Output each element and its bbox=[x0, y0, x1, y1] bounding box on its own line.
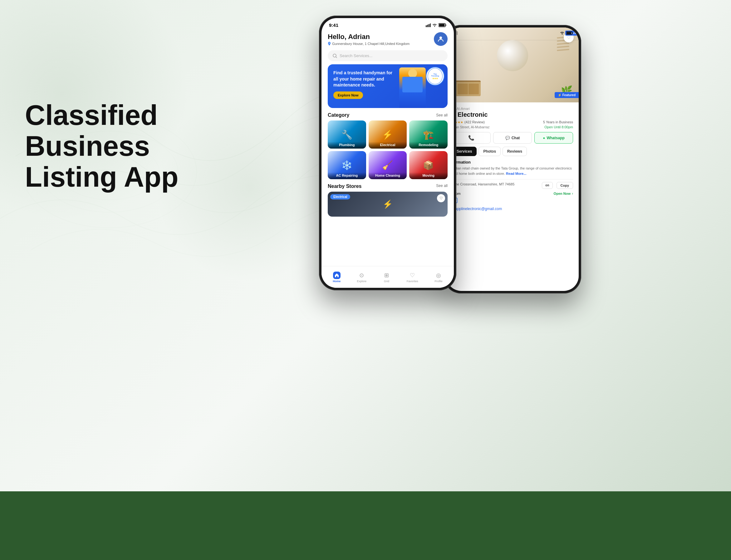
category-plumbing[interactable]: 🔧 Plumbing bbox=[328, 120, 366, 149]
category-ac[interactable]: ❄️ AC Repairing bbox=[328, 151, 366, 179]
p2-info-description: Indian retail chain owned by the Tata Gr… bbox=[452, 166, 573, 176]
home-icon bbox=[333, 272, 341, 279]
call-button[interactable]: 📞 bbox=[452, 132, 491, 144]
window-slats bbox=[557, 37, 569, 87]
heart-icon: ♡ bbox=[409, 272, 416, 279]
p2-status-bar bbox=[446, 27, 579, 35]
p2-hours-row: 00pm Open Now › bbox=[452, 191, 573, 196]
nav-profile-label: Profile bbox=[434, 280, 443, 283]
nav-explore[interactable]: ⊙ Explore bbox=[357, 272, 367, 283]
wifi-icon bbox=[432, 23, 437, 27]
grid-icon: ⊞ bbox=[383, 272, 390, 279]
banner-worker-image bbox=[399, 67, 426, 108]
p2-info-title: formation bbox=[452, 160, 573, 165]
p2-address-row: Afan Street, Al-Mubarraz Open Until 8:00… bbox=[452, 125, 573, 129]
read-more-link[interactable]: Read More... bbox=[506, 172, 526, 175]
room-cabinet bbox=[456, 81, 481, 96]
p2-category-label: na Al-Amari bbox=[452, 107, 573, 111]
p2-business-name: n Electronic bbox=[452, 111, 573, 118]
copy-button[interactable]: Copy bbox=[557, 182, 573, 189]
p2-email-row: mapplinelectronic@gmail.com bbox=[452, 206, 573, 211]
moving-label: Moving bbox=[409, 172, 448, 179]
phone1-device: 9:41 bbox=[319, 16, 456, 290]
store-icon: ⚡ bbox=[383, 199, 393, 209]
promo-banner[interactable]: Find a trusted handyman for all your hom… bbox=[328, 64, 448, 108]
address-action-buttons: on Copy bbox=[542, 182, 573, 189]
p2-action-buttons: 📞 💬 Chat ● Whatsapp bbox=[452, 132, 573, 144]
tab-photos[interactable]: Photos bbox=[478, 147, 501, 156]
room-decoration: 🌿 bbox=[446, 27, 579, 102]
p2-rating-block: ★★★★ (422 Review) bbox=[452, 120, 485, 124]
svg-rect-9 bbox=[446, 24, 446, 26]
svg-rect-16 bbox=[572, 32, 573, 34]
tab-reviews[interactable]: Reviews bbox=[503, 147, 527, 156]
explore-now-button[interactable]: Explore Now bbox=[333, 91, 363, 99]
greeting-text: Hello, Adrian bbox=[328, 33, 410, 41]
svg-rect-10 bbox=[439, 24, 445, 27]
nav-grid[interactable]: ⊞ Grid bbox=[383, 272, 390, 283]
user-avatar[interactable] bbox=[434, 32, 448, 46]
signal-icon bbox=[426, 23, 431, 27]
chat-button[interactable]: 💬 Chat bbox=[493, 132, 532, 144]
p2-review-count: (422 Review) bbox=[464, 120, 485, 124]
plumbing-label: Plumbing bbox=[328, 142, 366, 149]
svg-rect-17 bbox=[567, 32, 572, 34]
store-card[interactable]: ⚡ Electrical ♡ bbox=[328, 192, 448, 217]
svg-point-11 bbox=[329, 42, 330, 43]
nav-explore-label: Explore bbox=[357, 280, 367, 283]
hero-title-line2: Business bbox=[25, 130, 150, 162]
category-electrical[interactable]: ⚡ Electrical bbox=[369, 120, 407, 149]
category-see-all[interactable]: See all bbox=[436, 113, 448, 117]
p2-rating-row: ★★★★ (422 Review) 5 Years in Business bbox=[452, 120, 573, 124]
listing-header-image: 🌿 ♡ ⚡ Fea bbox=[446, 27, 579, 102]
whatsapp-label: Whatsapp bbox=[547, 136, 564, 140]
location-text: Gunnersbury House, 1 Chapel Hill,United … bbox=[332, 42, 410, 46]
phone1-header: Hello, Adrian Gunnersbury House, 1 Chape… bbox=[321, 30, 454, 49]
svg-rect-4 bbox=[426, 25, 427, 27]
phone2-device: 🌿 ♡ ⚡ Fea bbox=[444, 25, 581, 293]
svg-rect-5 bbox=[427, 25, 428, 27]
location-block: Gunnersbury House, 1 Chapel Hill,United … bbox=[328, 42, 410, 46]
p2-status-icons bbox=[560, 31, 573, 35]
nav-grid-label: Grid bbox=[384, 280, 389, 283]
battery-icon bbox=[439, 23, 446, 27]
directions-button[interactable]: on bbox=[542, 182, 552, 189]
chevron-right-icon: › bbox=[572, 191, 573, 196]
p2-battery-icon bbox=[566, 31, 573, 35]
svg-point-12 bbox=[439, 37, 442, 39]
p2-detail-content: na Al-Amari n Electronic ★★★★ (422 Revie… bbox=[446, 102, 579, 216]
nav-home[interactable]: Home bbox=[333, 272, 341, 283]
nearby-see-all[interactable]: See all bbox=[436, 184, 448, 189]
cleaning-label: Home Cleaning bbox=[369, 172, 407, 179]
store-favorite-button[interactable]: ♡ bbox=[437, 194, 445, 202]
status-bar: 9:41 bbox=[321, 18, 454, 30]
p2-email-address[interactable]: mapplinelectronic@gmail.com bbox=[452, 207, 502, 211]
phone1-screen: 9:41 bbox=[321, 18, 454, 288]
category-section-header: Category See all bbox=[321, 112, 454, 120]
explore-icon: ⊙ bbox=[358, 272, 365, 279]
status-icons bbox=[426, 23, 446, 27]
bottom-navigation: Home ⊙ Explore ⊞ Grid ♡ Favorites ◎ Prof… bbox=[321, 266, 454, 288]
p2-tab-buttons: Services Photos Reviews bbox=[452, 147, 573, 156]
electrical-label: Electrical bbox=[369, 142, 407, 149]
category-moving[interactable]: 📦 Moving bbox=[409, 151, 448, 179]
nearby-section-header: Nearby Stores See all bbox=[321, 182, 454, 192]
search-placeholder: Search Services... bbox=[340, 53, 373, 58]
trending-badge: TopTrending ⭐⭐⭐ bbox=[426, 67, 444, 86]
p2-open-now-block: Open Now › bbox=[554, 191, 573, 196]
phone-icon: 📞 bbox=[468, 135, 474, 141]
nav-favorites[interactable]: ♡ Favorites bbox=[407, 272, 418, 283]
category-cleaning[interactable]: 🧹 Home Cleaning bbox=[369, 151, 407, 179]
electrical-badge: Electrical bbox=[330, 194, 350, 199]
nav-home-label: Home bbox=[333, 280, 341, 283]
status-time: 9:41 bbox=[329, 22, 338, 28]
category-title: Category bbox=[328, 112, 349, 118]
whatsapp-button[interactable]: ● Whatsapp bbox=[534, 132, 573, 144]
search-bar[interactable]: Search Services... bbox=[328, 50, 448, 61]
nav-favorites-label: Favorites bbox=[407, 280, 418, 283]
category-remodeling[interactable]: 🏗️ Remodeling bbox=[409, 120, 448, 149]
category-grid: 🔧 Plumbing ⚡ Electrical 🏗️ Remodeling ❄️… bbox=[321, 120, 454, 179]
room-sphere bbox=[497, 40, 528, 71]
chat-icon: 💬 bbox=[505, 136, 510, 140]
nav-profile[interactable]: ◎ Profile bbox=[434, 272, 443, 283]
